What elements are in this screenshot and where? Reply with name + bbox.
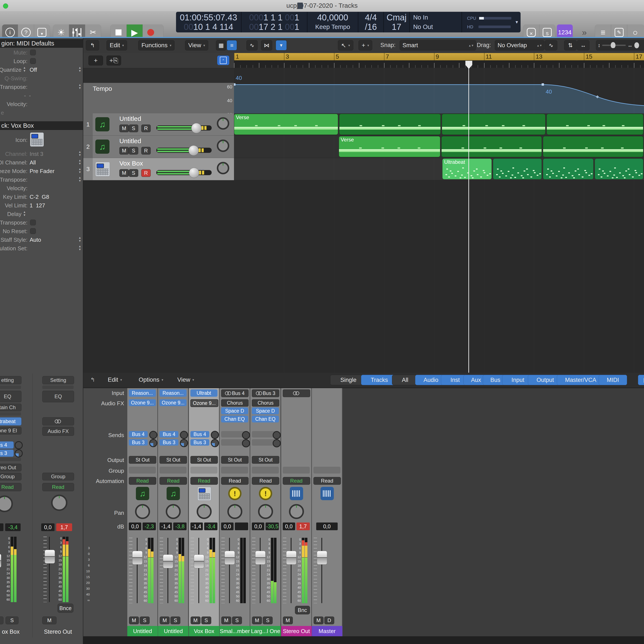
- param-checkbox[interactable]: [30, 220, 36, 225]
- audio-fx-slot[interactable]: Space D: [221, 407, 248, 414]
- mixer-menu-view[interactable]: View▾: [174, 375, 197, 385]
- setting-slot[interactable]: Setting: [42, 376, 74, 384]
- solo-button[interactable]: S: [129, 169, 138, 177]
- fader-knob[interactable]: [45, 550, 55, 563]
- db-fader-value[interactable]: -1,4: [159, 522, 172, 530]
- param-stepper-icon[interactable]: ▴▾: [79, 66, 81, 72]
- fader-knob[interactable]: [317, 551, 327, 565]
- track-inspector-header[interactable]: ck: Vox Box: [0, 121, 83, 130]
- mute-button[interactable]: M: [129, 617, 139, 624]
- drag-dropdown[interactable]: No Overlap▴ ▾: [495, 40, 544, 50]
- bounce-button[interactable]: Bnce: [58, 604, 73, 613]
- mute-button[interactable]: M: [191, 617, 200, 624]
- group-slot[interactable]: [283, 467, 310, 474]
- region-verse[interactable]: Verse: [234, 114, 338, 135]
- pan-knob[interactable]: [217, 162, 229, 174]
- region-ultrabeat[interactable]: Ultrabeat: [442, 158, 492, 179]
- pan-knob[interactable]: [227, 504, 242, 519]
- thin-slot[interactable]: [0, 412, 21, 416]
- solo-button[interactable]: S: [232, 617, 242, 624]
- send-knob-empty[interactable]: [242, 431, 250, 439]
- input-slot[interactable]: Ultrabt: [190, 389, 217, 397]
- audio-fx-slot[interactable]: Chorus: [221, 399, 249, 407]
- solo-button[interactable]: S: [129, 125, 138, 132]
- bounce-button[interactable]: Bnc: [295, 606, 310, 614]
- track-header-1[interactable]: 1♫UntitledMSR: [83, 113, 234, 136]
- param-value[interactable]: C-2 G8: [30, 194, 49, 200]
- v-zoom-thumb[interactable]: [611, 42, 615, 48]
- lcd-section-1[interactable]: 0001 1 1 0010017 2 1 001: [241, 12, 308, 32]
- input-slot[interactable]: Bus 4: [221, 389, 249, 397]
- dim-button[interactable]: D: [324, 617, 334, 624]
- region-loop[interactable]: [543, 158, 594, 179]
- pan-knob[interactable]: [258, 504, 273, 519]
- horizontal-zoom-button[interactable]: ↔: [577, 40, 589, 50]
- setting-slot[interactable]: etting: [0, 376, 21, 384]
- region-inspector-header[interactable]: gion: MIDI Defaults: [0, 39, 83, 48]
- param-stepper-icon[interactable]: ▴▾: [79, 150, 81, 156]
- fader-knob[interactable]: [286, 551, 296, 565]
- record-arm-button[interactable]: R: [141, 169, 151, 177]
- automation-read-button[interactable]: Read: [0, 483, 21, 491]
- add-track-button[interactable]: +: [88, 56, 103, 65]
- input-slot[interactable]: Reason...: [159, 389, 187, 397]
- param-value[interactable]: All: [30, 159, 36, 166]
- lcd-disclosure-chevron[interactable]: ▾: [513, 12, 521, 32]
- list-view-button[interactable]: ≡: [227, 40, 237, 50]
- lcd-section-5[interactable]: No InNo Out: [410, 12, 462, 32]
- pan-knob[interactable]: [51, 495, 67, 511]
- db-fader-value[interactable]: 4: [0, 523, 3, 531]
- send-slot[interactable]: Bus 3: [129, 439, 148, 446]
- bar-ruler[interactable]: 1357911131517: [234, 53, 644, 60]
- solo-button[interactable]: S: [263, 617, 273, 624]
- eq-slot[interactable]: EQ: [0, 391, 21, 402]
- back-button[interactable]: ↰: [86, 40, 99, 50]
- param-stepper-icon[interactable]: ▴▾: [79, 167, 81, 174]
- channel-name-plate[interactable]: Untitled: [127, 626, 158, 636]
- send-knob[interactable]: [180, 439, 188, 447]
- channel-name-plate[interactable]: Untitled: [158, 626, 188, 636]
- mute-button[interactable]: M: [160, 617, 170, 624]
- channel-name-plate[interactable]: Larg...l One: [250, 626, 281, 636]
- snap-dropdown[interactable]: Smart▴ ▾: [400, 40, 476, 50]
- pan-knob[interactable]: [217, 117, 229, 130]
- send-slot[interactable]: Bus 4: [129, 431, 148, 437]
- group-slot[interactable]: [221, 467, 248, 474]
- region-loop[interactable]: [543, 136, 643, 157]
- audio-fx-slot[interactable]: Ozone 9...: [190, 399, 218, 407]
- db-fader-value[interactable]: 0,0: [41, 523, 55, 531]
- fader-knob[interactable]: [0, 554, 1, 568]
- automation-read-button[interactable]: Read: [313, 477, 341, 485]
- h-zoom-thumb[interactable]: [634, 42, 639, 48]
- eq-slot[interactable]: EQ: [42, 391, 74, 402]
- audio-fx-slot[interactable]: Ozone 9...: [129, 399, 156, 406]
- volume-slider[interactable]: [156, 125, 212, 131]
- track-icon-drum-machine[interactable]: [30, 132, 44, 147]
- send-slot[interactable]: Bus 4: [159, 431, 178, 437]
- pointer-tool-menu[interactable]: ↖▾: [338, 40, 353, 50]
- lcd-section-4[interactable]: Cmaj17: [384, 12, 410, 32]
- label-stepper-icon[interactable]: ▴▾: [24, 66, 25, 72]
- send-slot[interactable]: Bus 3: [190, 439, 209, 446]
- v-zoom-slider[interactable]: [602, 45, 626, 46]
- send-slot[interactable]: Bus 3: [159, 439, 178, 446]
- stereo-format-slot[interactable]: [42, 417, 74, 425]
- slider-knob[interactable]: [189, 168, 199, 178]
- mute-button[interactable]: M: [42, 617, 56, 624]
- channel-name-plate[interactable]: Stereo Out: [281, 626, 312, 636]
- catch-playhead-button[interactable]: ▼: [276, 40, 287, 50]
- send-knob[interactable]: [149, 431, 157, 439]
- input-slot[interactable]: Reason...: [129, 389, 156, 397]
- group-slot[interactable]: [252, 467, 279, 474]
- slider-knob[interactable]: [191, 123, 202, 133]
- fader-knob[interactable]: [255, 551, 266, 565]
- param-checkbox[interactable]: [30, 228, 36, 234]
- input-slot[interactable]: [283, 389, 310, 397]
- solo-button[interactable]: S: [201, 617, 211, 624]
- tracks-menu-view[interactable]: View▾: [185, 40, 208, 50]
- group-slot[interactable]: Group: [0, 473, 21, 480]
- audio-fx-slot[interactable]: Space D: [252, 407, 279, 414]
- region-loop[interactable]: [595, 158, 643, 179]
- tempo-curve[interactable]: [234, 68, 644, 113]
- volume-slider[interactable]: [156, 170, 212, 175]
